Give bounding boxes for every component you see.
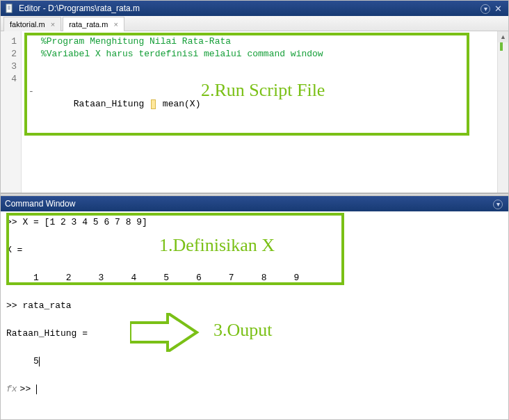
gutter-line: 4 bbox=[1, 73, 21, 86]
editor-scrollbar[interactable]: ▲ bbox=[497, 31, 508, 193]
gutter-line: 1 bbox=[1, 35, 21, 48]
code-text: Rataan_Hitung bbox=[74, 99, 150, 109]
tab-rata-rata[interactable]: rata_rata.m × bbox=[63, 17, 124, 31]
command-line: Rataan_Hitung = bbox=[6, 327, 503, 341]
editor-code-area[interactable]: %Program Menghitung Nilai Rata-Rata %Var… bbox=[22, 31, 497, 193]
tab-label: rata_rata.m bbox=[69, 20, 108, 29]
svg-rect-0 bbox=[6, 4, 12, 13]
close-icon[interactable]: × bbox=[113, 20, 118, 29]
text-caret bbox=[39, 357, 40, 366]
code-text: mean(X) bbox=[157, 99, 200, 109]
command-title: Command Window bbox=[5, 199, 492, 209]
text-caret bbox=[36, 385, 37, 394]
command-line: >> X = [1 2 3 4 5 6 7 8 9] bbox=[6, 216, 503, 229]
fx-icon[interactable]: fx bbox=[6, 384, 17, 394]
code-comment: %Variabel X harus terdefinisi melalui co… bbox=[41, 49, 323, 59]
command-menu-button[interactable]: ▾ bbox=[492, 198, 504, 209]
gutter-line: 3 bbox=[1, 60, 21, 73]
scroll-up-icon[interactable]: ▲ bbox=[498, 31, 508, 42]
editor-file-icon bbox=[5, 3, 15, 13]
command-line: >> rata_rata bbox=[6, 299, 503, 313]
command-line: X = bbox=[6, 243, 503, 257]
close-icon[interactable]: × bbox=[51, 20, 55, 29]
tab-label: faktorial.m bbox=[10, 20, 45, 29]
command-line: 5 bbox=[6, 356, 39, 366]
gutter-line: 2 bbox=[1, 48, 21, 60]
command-line: 1 2 3 4 5 6 7 8 9 bbox=[6, 271, 503, 285]
command-content[interactable]: >> X = [1 2 3 4 5 6 7 8 9] X = 1 2 3 4 5… bbox=[1, 211, 508, 420]
section-dash: - bbox=[29, 86, 34, 98]
editor-tabbar: faktorial.m × rata_rata.m × bbox=[1, 16, 508, 31]
editor-close-button[interactable]: ✕ bbox=[492, 3, 504, 14]
editor-gutter: 1 2 3 4 bbox=[1, 31, 22, 193]
editor-pane: 1 2 3 4 %Program Menghitung Nilai Rata-R… bbox=[1, 31, 508, 193]
command-prompt: >> bbox=[20, 384, 36, 394]
command-pane: >> X = [1 2 3 4 5 6 7 8 9] X = 1 2 3 4 5… bbox=[1, 211, 508, 420]
command-titlebar: Command Window ▾ bbox=[1, 196, 508, 211]
code-comment: %Program Menghitung Nilai Rata-Rata bbox=[41, 36, 231, 47]
code-status-strip bbox=[500, 42, 503, 51]
tab-faktorial[interactable]: faktorial.m × bbox=[3, 17, 61, 31]
editor-title: Editor - D:\Programs\rata_rata.m bbox=[19, 3, 479, 13]
editor-titlebar: Editor - D:\Programs\rata_rata.m ▾ ✕ bbox=[1, 1, 508, 16]
editor-cursor bbox=[151, 99, 156, 109]
editor-restore-button[interactable]: ▾ bbox=[479, 3, 492, 14]
